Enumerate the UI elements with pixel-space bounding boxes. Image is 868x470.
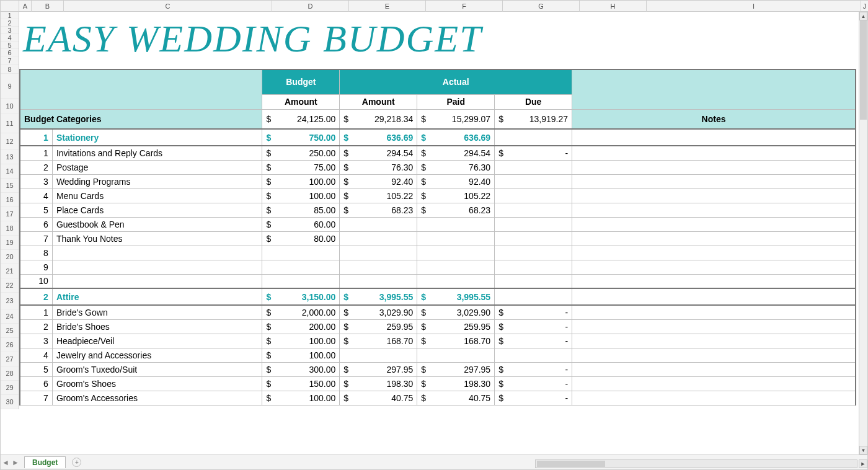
horizontal-scrollbar[interactable]	[535, 459, 857, 468]
item-paid[interactable]	[417, 274, 495, 288]
item-actual[interactable]: $105.22	[340, 188, 417, 203]
row-header-13[interactable]: 13	[1, 150, 19, 164]
tab-nav-next-icon[interactable]: ►	[11, 458, 20, 467]
item-due[interactable]	[495, 246, 572, 260]
item-name[interactable]: Guestbook & Pen	[52, 217, 262, 231]
item-budget[interactable]: $150.00	[262, 376, 340, 391]
item-actual[interactable]	[340, 231, 417, 246]
item-budget[interactable]: $60.00	[262, 217, 340, 231]
row-header-9[interactable]: 9	[1, 74, 19, 99]
item-due[interactable]: $-	[495, 319, 572, 334]
item-budget[interactable]: $100.00	[262, 174, 340, 188]
item-notes[interactable]	[572, 260, 856, 274]
section-name[interactable]: Stationery	[52, 129, 262, 146]
item-paid[interactable]: $168.70	[417, 334, 495, 348]
total-budget[interactable]: $24,125.00	[262, 109, 340, 129]
item-due[interactable]: $-	[495, 305, 572, 319]
row-header-17[interactable]: 17	[1, 207, 19, 221]
item-due[interactable]: $-	[495, 362, 572, 376]
item-notes[interactable]	[572, 217, 856, 231]
item-actual[interactable]: $297.95	[340, 362, 417, 376]
v-scroll-track[interactable]	[859, 20, 867, 446]
section-actual[interactable]: $636.69	[340, 129, 417, 146]
row-header-30[interactable]: 30	[1, 395, 19, 409]
item-actual[interactable]: $168.70	[340, 334, 417, 348]
v-scroll-thumb[interactable]	[860, 20, 867, 120]
row-header-2[interactable]: 2	[1, 19, 19, 27]
item-paid[interactable]: $3,029.90	[417, 305, 495, 319]
section-due[interactable]	[495, 288, 572, 305]
section-budget[interactable]: $750.00	[262, 129, 340, 146]
add-sheet-icon[interactable]: +	[72, 458, 81, 467]
scroll-up-icon[interactable]: ▲	[859, 12, 867, 20]
item-name[interactable]: Groom's Shoes	[52, 376, 262, 391]
column-header-E[interactable]: E	[349, 1, 426, 12]
item-name[interactable]	[52, 260, 262, 274]
item-budget[interactable]	[262, 246, 340, 260]
item-actual[interactable]	[340, 348, 417, 362]
item-actual[interactable]: $294.54	[340, 146, 417, 160]
item-notes[interactable]	[572, 188, 856, 203]
row-header-25[interactable]: 25	[1, 324, 19, 338]
vertical-scrollbar[interactable]: ▲ ▼	[859, 12, 867, 454]
column-header-G[interactable]: G	[503, 1, 580, 12]
row-header-12[interactable]: 12	[1, 133, 19, 150]
column-header-H[interactable]: H	[580, 1, 647, 12]
item-notes[interactable]	[572, 334, 856, 348]
item-budget[interactable]: $100.00	[262, 188, 340, 203]
item-actual[interactable]: $40.75	[340, 391, 417, 405]
section-due[interactable]	[495, 129, 572, 146]
row-header-6[interactable]: 6	[1, 49, 19, 56]
row-header-10[interactable]: 10	[1, 99, 19, 113]
item-budget[interactable]: $100.00	[262, 391, 340, 405]
row-header-23[interactable]: 23	[1, 293, 19, 309]
item-name[interactable]: Jewelry and Accessories	[52, 348, 262, 362]
row-header-7[interactable]: 7	[1, 56, 19, 65]
item-budget[interactable]: $75.00	[262, 160, 340, 174]
item-paid[interactable]: $198.30	[417, 376, 495, 391]
item-paid[interactable]: $40.75	[417, 391, 495, 405]
item-actual[interactable]: $76.30	[340, 160, 417, 174]
item-budget[interactable]: $300.00	[262, 362, 340, 376]
section-notes[interactable]	[572, 129, 856, 146]
item-paid[interactable]	[417, 348, 495, 362]
item-actual[interactable]	[340, 246, 417, 260]
item-name[interactable]: Groom's Accessories	[52, 391, 262, 405]
item-budget[interactable]: $100.00	[262, 334, 340, 348]
column-header-F[interactable]: F	[426, 1, 503, 12]
column-header-B[interactable]: B	[32, 1, 64, 12]
item-actual[interactable]: $3,029.90	[340, 305, 417, 319]
item-notes[interactable]	[572, 246, 856, 260]
item-paid[interactable]: $297.95	[417, 362, 495, 376]
item-paid[interactable]	[417, 246, 495, 260]
row-header-19[interactable]: 19	[1, 236, 19, 250]
item-actual[interactable]	[340, 274, 417, 288]
row-header-20[interactable]: 20	[1, 250, 19, 264]
row-header-3[interactable]: 3	[1, 27, 19, 34]
item-budget[interactable]: $100.00	[262, 348, 340, 362]
item-due[interactable]	[495, 231, 572, 246]
section-budget[interactable]: $3,150.00	[262, 288, 340, 305]
tab-nav-prev-icon[interactable]: ◄	[1, 458, 11, 467]
item-due[interactable]: $-	[495, 334, 572, 348]
row-header-14[interactable]: 14	[1, 164, 19, 179]
item-due[interactable]: $-	[495, 391, 572, 405]
item-actual[interactable]	[340, 260, 417, 274]
item-due[interactable]: $-	[495, 376, 572, 391]
item-due[interactable]	[495, 274, 572, 288]
row-header-28[interactable]: 28	[1, 366, 19, 381]
row-header-8[interactable]: 8	[1, 65, 19, 74]
item-paid[interactable]: $92.40	[417, 174, 495, 188]
item-notes[interactable]	[572, 203, 856, 217]
section-notes[interactable]	[572, 288, 856, 305]
item-notes[interactable]	[572, 305, 856, 319]
item-paid[interactable]	[417, 260, 495, 274]
item-budget[interactable]: $2,000.00	[262, 305, 340, 319]
worksheet-area[interactable]: EASY WEDDING BUDGET Budget Actual Amount…	[19, 12, 859, 454]
column-header-C[interactable]: C	[64, 1, 272, 12]
row-header-11[interactable]: 11	[1, 113, 19, 133]
item-name[interactable]: Postage	[52, 160, 262, 174]
item-budget[interactable]: $200.00	[262, 319, 340, 334]
item-name[interactable]: Place Cards	[52, 203, 262, 217]
row-header-4[interactable]: 4	[1, 34, 19, 42]
